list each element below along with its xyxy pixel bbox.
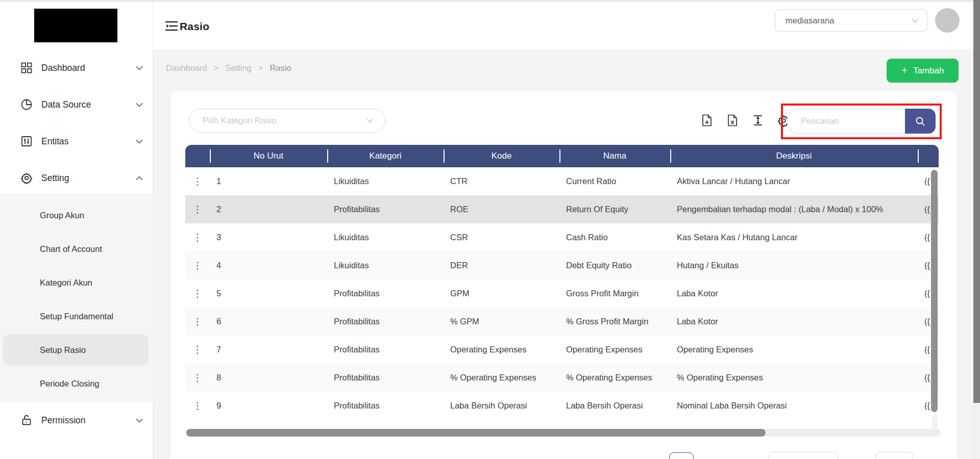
table-row[interactable]: ⋮ 1 Likuiditas CTR Current Ratio Aktiva …: [185, 167, 939, 195]
export-excel-icon[interactable]: [726, 113, 739, 128]
cell-no-urut: 5: [210, 279, 327, 308]
table-row[interactable]: ⋮ 6 Profitabilitas % GPM % Gross Profit …: [185, 308, 939, 336]
cell-deskripsi: % Operating Expenses: [670, 364, 918, 392]
cell-no-urut: 7: [210, 336, 327, 364]
pagination-page-size-select[interactable]: [769, 452, 838, 459]
sidebar-item-label: Dashboard: [41, 63, 136, 73]
cell-deskripsi: Pengembalian terhadap modal : (Laba / Mo…: [670, 195, 918, 223]
sidebar-item-label: Setting: [41, 173, 136, 184]
chevron-down-icon: [366, 118, 374, 123]
row-actions-kebab-icon[interactable]: ⋮: [190, 259, 206, 272]
tenant-select-value: mediasarana: [786, 16, 912, 26]
window-top-edge: [0, 0, 980, 2]
table-row[interactable]: ⋮ 3 Likuiditas CSR Cash Ratio Kas Setara…: [185, 223, 939, 251]
cell-kategori: Likuiditas: [327, 167, 444, 195]
page-scrollbar[interactable]: [973, 0, 980, 403]
breadcrumb-link-dashboard[interactable]: Dashboard: [166, 63, 207, 73]
topbar: Rasio mediasarana: [153, 2, 980, 49]
cell-kode: ROE: [444, 195, 559, 223]
cell-no-urut: 2: [210, 195, 327, 223]
cell-kategori: Likuiditas: [327, 251, 444, 279]
tenant-select[interactable]: mediasarana: [775, 9, 927, 32]
cell-kategori: Profitabilitas: [327, 336, 444, 364]
sidebar-item-label: Entitas: [41, 136, 136, 147]
table-row[interactable]: ⋮ 2 Profitabilitas ROE Return Of Equity …: [185, 195, 939, 223]
cell-kode: CTR: [444, 167, 559, 195]
table-row[interactable]: ⋮ 8 Profitabilitas % Operating Expenses …: [185, 364, 939, 392]
breadcrumb-current: Rasio: [270, 63, 291, 73]
row-actions-kebab-icon[interactable]: ⋮: [190, 202, 206, 216]
user-avatar[interactable]: [935, 8, 960, 33]
row-actions-kebab-icon[interactable]: ⋮: [190, 343, 206, 356]
category-filter-select[interactable]: Pilih Kategori Rasio: [189, 109, 385, 133]
table-row[interactable]: ⋮ 5 Profitabilitas GPM Gross Profit Marg…: [185, 279, 939, 308]
add-button[interactable]: + Tambah: [887, 59, 959, 83]
cell-kategori: Profitabilitas: [327, 195, 444, 223]
column-header-no-urut: No Urut: [210, 145, 327, 167]
sidebar-nav: Dashboard Data Source: [0, 49, 153, 196]
cell-kategori: Profitabilitas: [327, 392, 444, 420]
cell-nama: Laba Bersih Operasi: [559, 392, 670, 420]
table-row[interactable]: ⋮ 7 Profitabilitas Operating Expenses Op…: [185, 336, 939, 364]
chevron-down-icon: [136, 103, 143, 107]
cell-no-urut: 9: [210, 392, 327, 420]
sidebar-item-entitas[interactable]: Entitas: [0, 123, 153, 160]
pagination-jump-box[interactable]: [875, 452, 913, 459]
cell-kategori: Profitabilitas: [327, 308, 444, 336]
search-button[interactable]: [905, 109, 936, 134]
plus-icon: +: [901, 64, 908, 76]
sidebar-subitem-periode-closing[interactable]: Periode Closing: [0, 367, 153, 400]
sidebar-item-permission[interactable]: Permission: [0, 402, 153, 439]
sidebar-fold-icon[interactable]: [164, 19, 179, 33]
sidebar-subitem-setup-fundamental[interactable]: Setup Fundamental: [0, 299, 153, 333]
table-row[interactable]: ⋮ 4 Likuiditas DER Debt Equity Ratio Hut…: [185, 251, 939, 279]
row-actions-kebab-icon[interactable]: ⋮: [190, 399, 206, 413]
cell-deskripsi: Laba Kotor: [670, 279, 918, 308]
gear-icon: [20, 172, 33, 184]
table-horizontal-scrollbar[interactable]: [186, 429, 766, 437]
page-title: Rasio: [180, 20, 209, 33]
cell-deskripsi: Laba Kotor: [670, 308, 918, 336]
breadcrumb-link-setting[interactable]: Setting: [225, 63, 251, 73]
column-header-actions: [185, 145, 210, 167]
column-header-kategori: Kategori: [327, 145, 444, 167]
search-input[interactable]: [787, 109, 905, 134]
cell-nama: Gross Profit Margin: [559, 279, 670, 308]
magnifier-icon: [915, 116, 926, 127]
search-group: [787, 109, 936, 134]
sidebar-subitem-setup-rasio[interactable]: Setup Rasio: [0, 333, 153, 367]
row-actions-kebab-icon[interactable]: ⋮: [190, 315, 206, 328]
sidebar-subitem-kategori-akun[interactable]: Kategori Akun: [0, 266, 153, 299]
pie-chart-icon: [20, 98, 33, 111]
chevron-down-icon: [136, 66, 143, 70]
cell-no-urut: 4: [210, 251, 327, 279]
cell-kategori: Likuiditas: [327, 223, 444, 251]
cell-deskripsi: Kas Setara Kas / Hutang Lancar: [670, 223, 918, 251]
sidebar-item-dashboard[interactable]: Dashboard: [0, 49, 153, 86]
table-vertical-scrollbar[interactable]: [931, 170, 938, 412]
text-height-icon[interactable]: [751, 113, 765, 128]
cell-no-urut: 6: [210, 308, 327, 336]
cell-kode: % GPM: [444, 308, 559, 336]
row-actions-kebab-icon[interactable]: ⋮: [190, 287, 206, 300]
sidebar-subitem-group-akun[interactable]: Group Akun: [0, 198, 153, 232]
sidebar-item-label: Data Source: [41, 99, 136, 110]
breadcrumb: Dashboard > Setting > Rasio: [166, 63, 291, 73]
sidebar-subitem-chart-of-account[interactable]: Chart of Account: [0, 232, 153, 266]
column-header-nama: Nama: [559, 145, 670, 167]
row-actions-kebab-icon[interactable]: ⋮: [190, 371, 206, 385]
export-pdf-icon[interactable]: [700, 113, 714, 128]
sidebar: Dashboard Data Source: [0, 2, 153, 459]
row-actions-kebab-icon[interactable]: ⋮: [190, 174, 206, 188]
cell-no-urut: 3: [210, 223, 327, 251]
cell-kategori: Profitabilitas: [327, 364, 444, 392]
cell-no-urut: 1: [210, 167, 327, 195]
cell-kode: DER: [444, 251, 559, 279]
pagination-current-page-button[interactable]: [669, 452, 694, 459]
chevron-down-icon: [136, 418, 143, 423]
sidebar-item-data-source[interactable]: Data Source: [0, 86, 153, 123]
table-row[interactable]: ⋮ 9 Profitabilitas Laba Bersih Operasi L…: [185, 392, 939, 420]
sidebar-item-setting[interactable]: Setting: [0, 160, 153, 196]
chevron-down-icon: [136, 139, 143, 144]
row-actions-kebab-icon[interactable]: ⋮: [190, 231, 206, 244]
